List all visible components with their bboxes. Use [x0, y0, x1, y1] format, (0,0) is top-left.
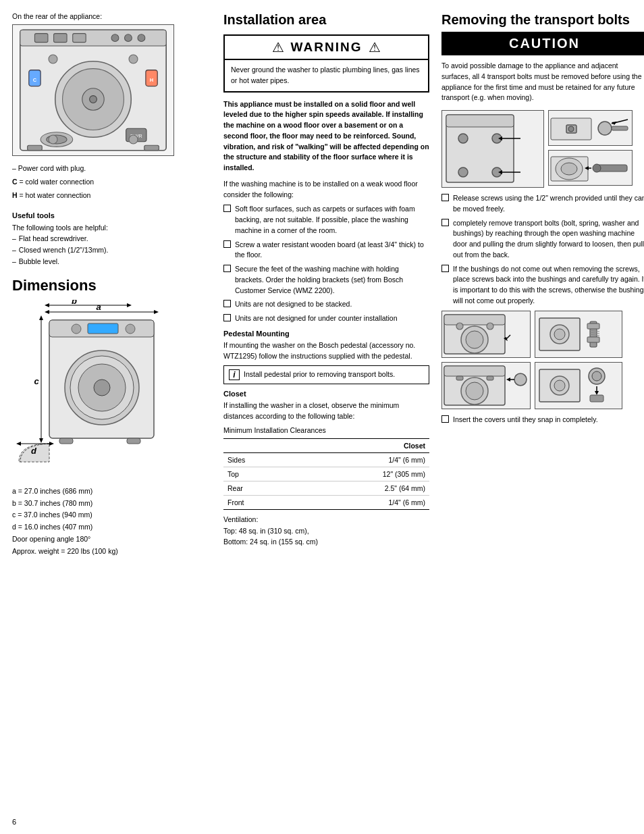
svg-marker-109	[595, 391, 599, 395]
ventilation-label: Ventilation:	[223, 514, 429, 525]
tool-item-3: Bubble level.	[12, 256, 211, 267]
ventilation-bottom: Bottom: 24 sq. in (155 sq. cm)	[223, 536, 429, 548]
bottom-images-right	[535, 311, 622, 409]
row-label-top: Top	[223, 467, 293, 481]
svg-rect-4	[73, 34, 86, 43]
svg-point-29	[126, 324, 135, 334]
row-label-sides: Sides	[223, 452, 293, 467]
transport-bolt-images-right	[548, 110, 633, 188]
svg-rect-30	[88, 323, 118, 334]
right-checkbox-text-2: completely remove transport bolts (bolt,…	[453, 218, 644, 261]
row-label-rear: Rear	[223, 481, 293, 495]
table-header-closet: Closet	[293, 438, 429, 452]
svg-point-107	[592, 371, 601, 381]
tool-item-1: Flat head screwdriver.	[12, 233, 211, 244]
right-checklist-last: Insert the covers until they snap in com…	[441, 415, 644, 425]
svg-point-28	[72, 324, 81, 334]
hot-water-label: H = hot water connection	[12, 190, 211, 202]
svg-marker-43	[127, 303, 132, 307]
row-value-front: 1/4" (6 mm)	[293, 495, 429, 509]
checkbox-square-4	[223, 300, 231, 307]
clearances-table: Closet Sides 1/4" (6 mm) Top 12" (305 mm…	[223, 438, 429, 510]
checkbox-square-5	[223, 314, 231, 321]
checkbox-text-5: Units are not designed for under counter…	[235, 313, 397, 324]
checkbox-square-1	[223, 205, 231, 212]
row-label-front: Front	[223, 495, 293, 509]
svg-marker-42	[45, 303, 49, 307]
info-icon: i	[229, 369, 240, 380]
ventilation-text: Ventilation: Top: 48 sq. in (310 sq. cm)…	[223, 514, 429, 548]
appliance-rear-image: C H PWR	[12, 24, 174, 156]
svg-marker-46	[39, 315, 43, 320]
svg-point-23	[129, 135, 138, 144]
svg-text:H: H	[150, 77, 153, 83]
svg-marker-47	[39, 438, 43, 443]
connections-list: – Power cord with plug. C = cold water c…	[12, 163, 211, 202]
right-checkbox-text-4: Insert the covers until they snap in com…	[453, 415, 598, 425]
checkbox-item-3: Secure the feet of the washing machine w…	[223, 264, 429, 296]
svg-point-105	[554, 380, 565, 391]
checkbox-text-4: Units are not designed to be stacked.	[235, 299, 352, 310]
transport-bolt-image-1	[441, 110, 544, 188]
svg-point-82	[487, 323, 493, 330]
svg-marker-93	[506, 377, 510, 382]
table-row-top: Top 12" (305 mm)	[223, 467, 429, 481]
svg-point-65	[568, 126, 574, 132]
right-checkbox-item-2: completely remove transport bolts (bolt,…	[441, 218, 644, 261]
bolt-bottom-image-2	[441, 362, 531, 409]
svg-rect-98	[587, 323, 599, 329]
svg-rect-90	[487, 376, 493, 380]
svg-rect-67	[612, 126, 628, 130]
svg-point-91	[514, 373, 527, 386]
svg-point-21	[129, 55, 138, 63]
info-box: i Install pedestal prior to removing tra…	[223, 365, 429, 384]
page-layout: On the rear of the appliance:	[12, 12, 632, 558]
caution-box: CAUTION	[441, 32, 644, 55]
svg-point-55	[458, 134, 468, 143]
pedestal-heading: Pedestal Mounting	[223, 330, 429, 338]
svg-point-11	[90, 96, 97, 103]
power-cord-label: – Power cord with plug.	[12, 163, 211, 175]
middle-column: Installation area ⚠ WARNING ⚠ Never grou…	[223, 12, 429, 558]
tools-intro: The following tools are helpful:	[12, 222, 211, 234]
checkbox-text-2: Screw a water resistant wooden board (at…	[235, 240, 429, 261]
svg-point-34	[94, 380, 110, 396]
svg-rect-73	[597, 165, 627, 172]
warning-text: Never ground the washer to plastic plumb…	[231, 65, 422, 86]
bolt-detail-image-2	[548, 150, 633, 186]
bolt-detail-image-1	[548, 110, 633, 146]
rear-label: On the rear of the appliance:	[12, 12, 211, 20]
bold-paragraph: This appliance must be installed on a so…	[223, 99, 429, 174]
svg-rect-24	[28, 145, 43, 151]
warning-header: ⚠ WARNING ⚠	[225, 36, 428, 60]
svg-rect-25	[144, 145, 159, 151]
svg-rect-3	[54, 34, 67, 43]
bottom-images-left	[441, 311, 531, 409]
svg-text:d: d	[31, 446, 37, 456]
dim-b: b = 30.7 inches (780 mm)	[12, 498, 211, 510]
svg-rect-89	[456, 376, 463, 380]
transport-bolt-images-bottom	[441, 311, 644, 409]
warning-title: WARNING	[291, 40, 363, 55]
svg-rect-35	[59, 438, 73, 444]
table-row-rear: Rear 2.5" (64 mm)	[223, 481, 429, 495]
right-checkbox-square-2	[441, 219, 449, 226]
warning-triangle-right: ⚠	[369, 39, 381, 55]
ventilation-top: Top: 48 sq. in (310 sq. cm),	[223, 525, 429, 537]
svg-marker-50	[16, 442, 21, 446]
right-checkbox-item-3: If the bushings do not come out when rem…	[441, 264, 644, 307]
svg-rect-54	[446, 115, 514, 127]
useful-tools-text: The following tools are helpful: Flat he…	[12, 222, 211, 267]
svg-point-5	[111, 34, 119, 42]
svg-rect-99	[587, 337, 599, 342]
bolt-bottom-image-3	[535, 311, 622, 358]
right-checkbox-text-1: Release screws using the 1/2" wrench pro…	[453, 193, 644, 215]
right-checkbox-square-1	[441, 194, 449, 201]
checkbox-text-3: Secure the feet of the washing machine w…	[235, 264, 429, 296]
table-label: Minimum Installation Clearances	[223, 426, 429, 434]
right-checklist: Release screws using the 1/2" wrench pro…	[441, 193, 644, 307]
warning-triangle-left: ⚠	[272, 39, 284, 55]
svg-rect-110	[590, 395, 603, 402]
checkbox-text-1: Soft floor surfaces, such as carpets or …	[235, 204, 429, 236]
svg-rect-86	[444, 366, 505, 376]
